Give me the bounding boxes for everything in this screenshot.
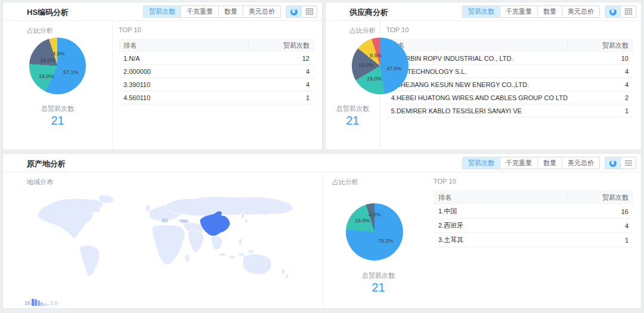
- total-label: 总贸易次数: [3, 104, 112, 113]
- top10-section: TOP 10 排名 贸易次数 1.中国16 2.西班牙4 3.土耳其1: [434, 172, 641, 308]
- metric-kg-weight-button[interactable]: 千克重量: [500, 157, 538, 169]
- table-header-row: 排名 贸易次数: [386, 39, 633, 52]
- map-country-turkey[interactable]: [178, 219, 189, 223]
- top10-table: 排名 贸易次数 1.HARBIN ROPV INDUSTRIAL CO., LT…: [386, 39, 633, 117]
- table-row: 2.西班牙4: [434, 219, 633, 233]
- metric-quantity-button[interactable]: 数量: [218, 5, 243, 18]
- table-header-row: 排名 贸易次数: [119, 39, 314, 52]
- pie-slice-label: 9.5%: [370, 52, 382, 58]
- map-scale-legend[interactable]: 16 1.0: [24, 299, 58, 306]
- total-label: 总贸易次数: [323, 271, 434, 280]
- panel-header: 供应商分析 贸易次数 千克重量 数量 美元总价: [326, 2, 641, 21]
- map-countries: [38, 195, 293, 278]
- column-header-rank: 排名: [386, 41, 568, 50]
- top10-table: 排名 贸易次数 1.N/A12 2.0000004 3.3901104 4.56…: [119, 39, 314, 104]
- header-controls: 贸易次数 千克重量 数量 美元总价: [143, 5, 317, 18]
- metric-trade-count-button[interactable]: 贸易次数: [143, 5, 181, 18]
- pie-slice-label: 76.2%: [378, 238, 394, 244]
- top10-table: 排名 贸易次数 1.中国16 2.西班牙4 3.土耳其1: [434, 190, 633, 247]
- pie-view-button[interactable]: [286, 5, 302, 18]
- column-header-value: 贸易次数: [249, 41, 314, 50]
- map-section: 地域分布: [3, 172, 323, 308]
- table-row: 4.HEBEI HUATONG WIRES AND CABLES GROUP C…: [386, 91, 633, 104]
- section-label: 占比分析: [332, 178, 358, 187]
- pie-slice-label: 4.8%: [52, 51, 65, 57]
- pie-slice-label: 19.0%: [39, 73, 54, 79]
- legend-min-value: 1.0: [50, 300, 58, 306]
- metric-trade-count-button[interactable]: 贸易次数: [462, 5, 500, 18]
- pie-chart-icon: [609, 160, 617, 167]
- pie-slice-label: 57.1%: [63, 69, 79, 75]
- pie-slice-label: 4.8%: [369, 212, 381, 218]
- view-toggle-group: [605, 5, 636, 18]
- metric-toggle-group: 贸易次数 千克重量 数量 美元总价: [462, 5, 600, 18]
- pie-view-button[interactable]: [605, 5, 621, 18]
- panel-supplier-analysis: 供应商分析 贸易次数 千克重量 数量 美元总价 占比分析 47.6% 19.0%…: [325, 2, 642, 150]
- hs-pie-chart[interactable]: [29, 38, 86, 94]
- metric-kg-weight-button[interactable]: 千克重量: [500, 5, 538, 18]
- pie-slice-label: 19.0%: [358, 62, 374, 68]
- list-icon: [625, 160, 632, 166]
- pie-section: 占比分析 76.2% 19.0% 4.8% 总贸易次数 21: [323, 172, 434, 308]
- table-row: 4.5601101: [119, 91, 314, 104]
- metric-trade-count-button[interactable]: 贸易次数: [462, 157, 500, 169]
- column-header-value: 贸易次数: [568, 41, 633, 50]
- pie-section: 占比分析 57.1% 19.0% 19.0% 4.8% 总贸易次数 21: [3, 21, 113, 150]
- page-title: 供应商分析: [349, 7, 388, 18]
- metric-usd-total-button[interactable]: 美元总价: [562, 5, 600, 18]
- table-icon: [625, 8, 632, 15]
- top10-section: TOP 10 排名 贸易次数 1.HARBIN ROPV INDUSTRIAL …: [380, 21, 641, 150]
- table-view-button[interactable]: [301, 5, 317, 18]
- pie-slice-label: 19.0%: [355, 218, 370, 224]
- page-title: 原产地分析: [27, 159, 66, 169]
- section-label: TOP 10: [119, 23, 314, 39]
- world-map[interactable]: [33, 195, 307, 280]
- header-controls: 贸易次数 千克重量 数量 美元总价: [462, 157, 636, 169]
- metric-usd-total-button[interactable]: 美元总价: [243, 5, 281, 18]
- panel-hs-code-analysis: HS编码分析 贸易次数 千克重量 数量 美元总价 占比分析 57.1% 19.0…: [2, 2, 323, 150]
- section-label: TOP 10: [434, 175, 633, 190]
- header-controls: 贸易次数 千克重量 数量 美元总价: [462, 5, 636, 18]
- top10-section: TOP 10 排名 贸易次数 1.N/A12 2.0000004 3.39011…: [113, 21, 322, 150]
- pie-slice-label: 47.6%: [386, 66, 402, 72]
- view-toggle-group: [605, 157, 636, 169]
- total-trade-count: 总贸易次数 21: [3, 104, 112, 128]
- total-label: 总贸易次数: [326, 104, 380, 113]
- pie-slice-label: 19.0%: [40, 57, 55, 63]
- table-row: 1.中国16: [434, 204, 633, 219]
- table-row: 2.0000004: [119, 65, 314, 78]
- map-country-spain[interactable]: [161, 218, 169, 222]
- table-row: 2.PH TECHNOLOGY S.L.4: [386, 65, 633, 78]
- pie-chart-icon: [609, 8, 617, 16]
- pie-slice-label: 19.0%: [367, 76, 382, 82]
- table-row: 3.ZHEJIANG KESUN NEW ENERGY CO.,LTD.4: [386, 78, 633, 91]
- column-header-value: 贸易次数: [568, 193, 633, 202]
- pie-view-button[interactable]: [605, 157, 621, 169]
- total-value: 21: [3, 114, 112, 128]
- column-header-rank: 排名: [119, 41, 249, 50]
- page-title: HS编码分析: [27, 7, 69, 18]
- table-view-button[interactable]: [620, 5, 636, 18]
- panel-header: 原产地分析 贸易次数 千克重量 数量 美元总价: [3, 154, 641, 172]
- total-value: 21: [323, 281, 434, 295]
- metric-quantity-button[interactable]: 数量: [537, 157, 562, 169]
- total-trade-count: 总贸易次数 21: [326, 104, 380, 128]
- metric-kg-weight-button[interactable]: 千克重量: [181, 5, 219, 18]
- pie-section: 占比分析 47.6% 19.0% 19.0% 9.5% 总贸易次数 21: [326, 21, 380, 150]
- legend-bars: [32, 299, 49, 306]
- column-header-rank: 排名: [434, 193, 568, 202]
- table-row: 1.HARBIN ROPV INDUSTRIAL CO., LTD.10: [386, 52, 633, 65]
- table-row: 3.土耳其1: [434, 233, 633, 247]
- panel-origin-analysis: 原产地分析 贸易次数 千克重量 数量 美元总价 地域分布: [2, 153, 642, 309]
- section-label: 占比分析: [349, 26, 376, 35]
- metric-toggle-group: 贸易次数 千克重量 数量 美元总价: [143, 5, 281, 18]
- pie-chart-icon: [290, 8, 298, 16]
- section-label: 地域分布: [27, 178, 53, 187]
- table-header-row: 排名 贸易次数: [434, 190, 633, 204]
- metric-usd-total-button[interactable]: 美元总价: [562, 157, 600, 169]
- metric-quantity-button[interactable]: 数量: [537, 5, 562, 18]
- panel-header: HS编码分析 贸易次数 千克重量 数量 美元总价: [3, 2, 322, 21]
- list-view-button[interactable]: [620, 157, 636, 169]
- metric-toggle-group: 贸易次数 千克重量 数量 美元总价: [462, 157, 600, 169]
- view-toggle-group: [286, 5, 317, 18]
